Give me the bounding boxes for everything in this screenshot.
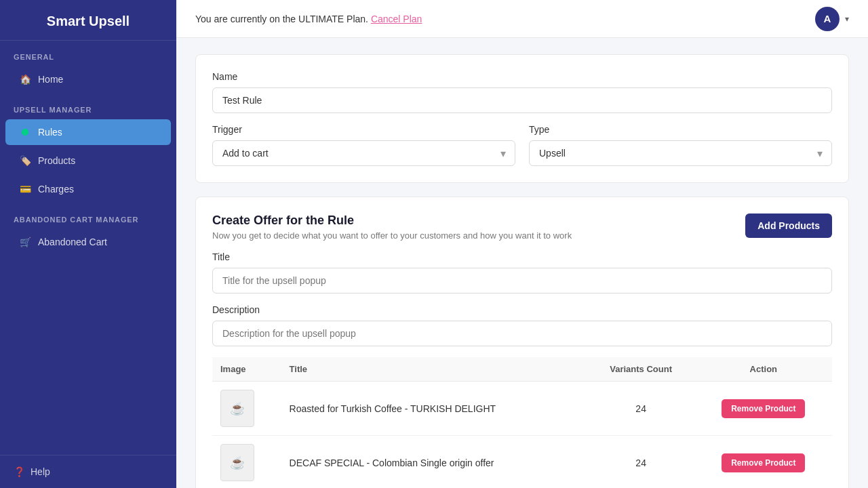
table-row: ☕ Roasted for Turkish Coffee - TURKISH D… (212, 382, 832, 436)
product-image-cell-1: ☕ (212, 436, 281, 489)
product-image-cell-0: ☕ (212, 382, 281, 436)
coffee-icon-1: ☕ (230, 455, 245, 470)
sidebar-item-home-label: Home (38, 74, 63, 85)
sidebar: Smart Upsell GENERAL 🏠 Home UPSELL MANAG… (0, 0, 176, 488)
add-products-button[interactable]: Add Products (745, 214, 832, 238)
sidebar-item-rules-label: Rules (38, 127, 62, 138)
product-title-cell-1: DECAF SPECIAL - Colombian Single origin … (281, 436, 587, 489)
trigger-type-row: Trigger Add to cart Type Upsell (212, 124, 832, 166)
cancel-plan-link[interactable]: Cancel Plan (371, 14, 422, 24)
topbar-right: A ▾ (815, 7, 849, 31)
title-field-wrapper: Title (212, 251, 832, 293)
products-table: Image Title Variants Count Action ☕ Roas… (212, 357, 832, 488)
sidebar-item-abandoned-cart-label: Abandoned Cart (38, 237, 107, 247)
charges-icon: 💳 (19, 183, 31, 195)
sidebar-item-charges[interactable]: 💳 Charges (5, 176, 171, 202)
help-icon: ❓ (14, 466, 25, 477)
col-header-title: Title (281, 357, 587, 382)
main-content: You are currently on the ULTIMATE Plan. … (176, 0, 868, 488)
avatar[interactable]: A (815, 7, 840, 31)
offer-title-label: Title (212, 251, 832, 262)
product-variants-cell-1: 24 (587, 436, 695, 489)
offer-header-text: Create Offer for the Rule Now you get to… (212, 214, 572, 241)
trigger-select[interactable]: Add to cart (212, 140, 515, 166)
table-body: ☕ Roasted for Turkish Coffee - TURKISH D… (212, 382, 832, 489)
sidebar-item-abandoned-cart[interactable]: 🛒 Abandoned Cart (5, 229, 171, 255)
col-header-action: Action (695, 357, 832, 382)
coffee-icon-0: ☕ (230, 401, 245, 416)
offer-subtitle: Now you get to decide what you want to o… (212, 230, 572, 241)
description-input[interactable] (212, 321, 832, 346)
product-image-1: ☕ (220, 444, 254, 481)
product-action-cell-0: Remove Product (695, 382, 832, 436)
products-table-wrapper: Image Title Variants Count Action ☕ Roas… (212, 357, 832, 488)
product-title-cell-0: Roasted for Turkish Coffee - TURKISH DEL… (281, 382, 587, 436)
sidebar-item-home[interactable]: 🏠 Home (5, 66, 171, 92)
help-label: Help (31, 466, 50, 477)
chevron-down-icon[interactable]: ▾ (845, 14, 849, 24)
offer-title: Create Offer for the Rule (212, 214, 572, 228)
general-section-label: GENERAL (0, 41, 176, 65)
name-label: Name (212, 71, 832, 82)
col-header-image: Image (212, 357, 281, 382)
product-action-cell-1: Remove Product (695, 436, 832, 489)
trigger-label: Trigger (212, 124, 515, 135)
product-image-0: ☕ (220, 390, 254, 427)
description-label: Description (212, 304, 832, 315)
plan-info: You are currently on the ULTIMATE Plan. … (195, 14, 422, 24)
content-area: Name Trigger Add to cart Type (176, 38, 868, 488)
home-icon: 🏠 (19, 73, 31, 85)
abandoned-section-label: ABANDONED CART MANAGER (0, 203, 176, 228)
sidebar-item-products-label: Products (38, 155, 75, 166)
remove-product-button-0[interactable]: Remove Product (722, 399, 805, 418)
table-head: Image Title Variants Count Action (212, 357, 832, 382)
rules-icon (19, 126, 31, 138)
abandoned-cart-icon: 🛒 (19, 236, 31, 248)
sidebar-footer: ❓ Help (0, 455, 176, 488)
product-variants-cell-0: 24 (587, 382, 695, 436)
offer-title-input[interactable] (212, 268, 832, 293)
app-logo: Smart Upsell (0, 0, 176, 41)
products-icon: 🏷️ (19, 155, 31, 167)
topbar: You are currently on the ULTIMATE Plan. … (176, 0, 868, 38)
type-col: Type Upsell (529, 124, 832, 166)
type-select-wrapper: Upsell (529, 140, 832, 166)
type-label: Type (529, 124, 832, 135)
sidebar-item-rules[interactable]: Rules (5, 119, 171, 145)
remove-product-button-1[interactable]: Remove Product (722, 453, 805, 472)
col-header-variants: Variants Count (587, 357, 695, 382)
name-input[interactable] (212, 87, 832, 113)
rule-config-card: Name Trigger Add to cart Type (195, 54, 849, 183)
sidebar-item-products[interactable]: 🏷️ Products (5, 148, 171, 174)
name-field-wrapper: Name (212, 71, 832, 113)
trigger-col: Trigger Add to cart (212, 124, 515, 166)
type-select[interactable]: Upsell (529, 140, 832, 166)
plan-text: You are currently on the ULTIMATE Plan. (195, 14, 368, 24)
table-header-row: Image Title Variants Count Action (212, 357, 832, 382)
description-field-wrapper: Description (212, 304, 832, 346)
offer-card: Create Offer for the Rule Now you get to… (195, 197, 849, 488)
upsell-section-label: UPSELL MANAGER (0, 94, 176, 118)
sidebar-item-charges-label: Charges (38, 184, 74, 195)
table-row: ☕ DECAF SPECIAL - Colombian Single origi… (212, 436, 832, 489)
offer-header: Create Offer for the Rule Now you get to… (212, 214, 832, 241)
help-item[interactable]: ❓ Help (14, 466, 163, 477)
trigger-select-wrapper: Add to cart (212, 140, 515, 166)
